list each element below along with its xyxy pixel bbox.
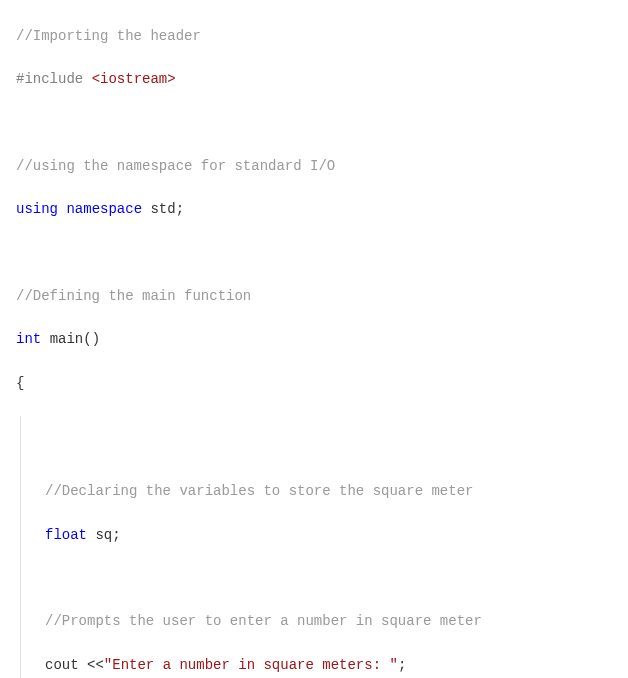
keyword-using: using xyxy=(16,201,58,217)
ident-cout: cout xyxy=(45,657,79,673)
include-header: iostream xyxy=(100,71,167,87)
op-insert: << xyxy=(87,657,104,673)
keyword-namespace: namespace xyxy=(66,201,142,217)
code-line: int main() xyxy=(16,329,612,351)
ident-sq: sq xyxy=(95,527,112,543)
code-line: { xyxy=(16,373,612,395)
include-close: > xyxy=(167,71,175,87)
code-line: float sq; xyxy=(45,525,612,547)
comment: //using the namespace for standard I/O xyxy=(16,158,335,174)
blank-line xyxy=(45,568,612,590)
indented-block: //Declaring the variables to store the s… xyxy=(20,416,612,678)
code-line: //Prompts the user to enter a number in … xyxy=(45,611,612,633)
blank-line xyxy=(16,112,612,134)
code-line: //Defining the main function xyxy=(16,286,612,308)
semicolon: ; xyxy=(112,527,120,543)
comment: //Prompts the user to enter a number in … xyxy=(45,613,482,629)
code-line: cout <<"Enter a number in square meters:… xyxy=(45,655,612,677)
ident-std: std xyxy=(150,201,175,217)
comment: //Declaring the variables to store the s… xyxy=(45,483,473,499)
code-block: //Importing the header #include <iostrea… xyxy=(0,0,628,678)
type-float: float xyxy=(45,527,87,543)
code-line: //Declaring the variables to store the s… xyxy=(45,481,612,503)
semicolon: ; xyxy=(398,657,406,673)
string-prompt: "Enter a number in square meters: " xyxy=(104,657,398,673)
type-int: int xyxy=(16,331,41,347)
blank-line xyxy=(16,243,612,265)
code-line: //using the namespace for standard I/O xyxy=(16,156,612,178)
blank-line xyxy=(45,438,612,460)
semicolon: ; xyxy=(176,201,184,217)
include-open: < xyxy=(92,71,100,87)
code-line: #include <iostream> xyxy=(16,69,612,91)
parens: () xyxy=(83,331,100,347)
comment: //Defining the main function xyxy=(16,288,251,304)
code-line: using namespace std; xyxy=(16,199,612,221)
open-brace: { xyxy=(16,375,24,391)
code-line: //Importing the header xyxy=(16,26,612,48)
ident-main: main xyxy=(50,331,84,347)
preproc-include: #include xyxy=(16,71,83,87)
comment: //Importing the header xyxy=(16,28,201,44)
